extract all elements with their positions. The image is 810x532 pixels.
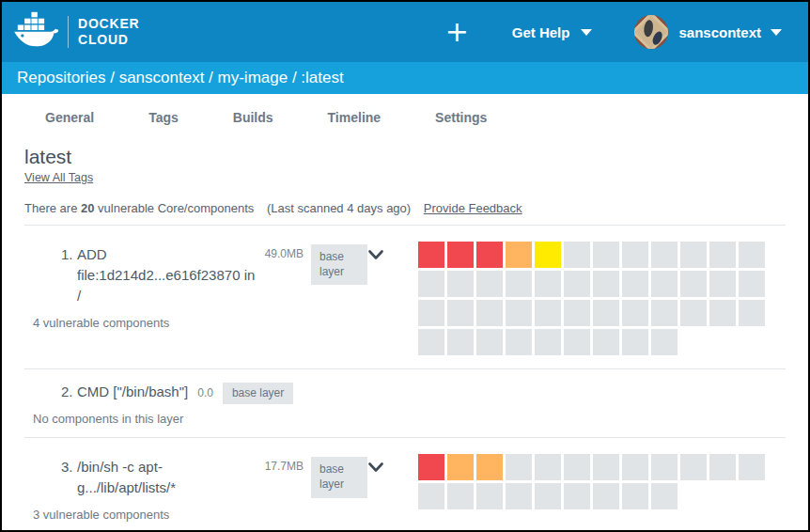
layer-command: /bin/sh -c apt-g.../lib/apt/lists/* — [77, 457, 257, 498]
vuln-square-empty — [535, 454, 561, 480]
vuln-square-empty — [622, 271, 648, 297]
vuln-square-high — [447, 454, 474, 480]
layer-command: CMD ["/bin/bash"] — [77, 382, 188, 402]
scan-suffix: vulnerable Core/components — [98, 201, 254, 215]
brand-text: DOCKER CLOUD — [78, 16, 139, 48]
vuln-square-empty — [593, 300, 619, 326]
vuln-square-empty — [651, 483, 678, 509]
vuln-square-empty — [447, 483, 474, 509]
page-title: latest — [24, 146, 786, 168]
layer-note: 3 vulnerable components — [33, 508, 418, 522]
vuln-square-empty — [593, 242, 619, 268]
vuln-square-critical — [418, 242, 444, 268]
vuln-square-empty — [564, 242, 590, 268]
docker-whale-icon — [13, 10, 58, 54]
vuln-square-empty — [680, 271, 707, 297]
vuln-square-empty — [535, 483, 561, 509]
chevron-down-icon[interactable] — [368, 247, 383, 264]
vuln-square-empty — [476, 483, 503, 509]
scan-prefix: There are — [24, 201, 77, 215]
vuln-square-empty — [651, 329, 678, 355]
layer-size: 17.7MB — [258, 460, 304, 473]
vuln-square-empty — [709, 300, 736, 326]
app-window: DOCKER CLOUD + Get Help — [0, 0, 810, 532]
scan-age: (Last scanned 4 days ago) — [267, 201, 411, 215]
vuln-square-empty — [593, 454, 619, 480]
layer-command: ADD file:1d214d2...e616f23870 in / — [77, 244, 257, 306]
breadcrumb-bar: Repositories / sanscontext / my-image / … — [2, 62, 808, 94]
vuln-square-empty — [476, 271, 503, 297]
layers-list: 1. ADD file:1d214d2...e616f23870 in / 49… — [24, 226, 786, 532]
vuln-square-empty — [476, 329, 503, 355]
vuln-square-empty — [622, 454, 648, 480]
get-help-menu[interactable]: Get Help — [512, 24, 593, 40]
vuln-square-empty — [680, 454, 707, 480]
vulnerability-grid — [418, 242, 768, 355]
layer-row: 1. ADD file:1d214d2...e616f23870 in / 49… — [24, 226, 786, 368]
chevron-down-icon — [581, 29, 592, 36]
vuln-square-empty — [506, 454, 532, 480]
vuln-square-empty — [564, 300, 590, 326]
layer-number: 2. — [61, 382, 77, 402]
chevron-down-icon[interactable] — [368, 460, 383, 477]
app-header: DOCKER CLOUD + Get Help — [2, 2, 808, 62]
vuln-square-empty — [535, 271, 561, 297]
vuln-square-empty — [709, 242, 736, 268]
vuln-square-empty — [739, 454, 765, 480]
vuln-square-empty — [447, 271, 474, 297]
vuln-square-empty — [447, 329, 474, 355]
vuln-square-empty — [709, 271, 736, 297]
vuln-square-empty — [535, 329, 561, 355]
vuln-square-empty — [622, 300, 648, 326]
vuln-square-empty — [622, 329, 648, 355]
vulnerability-grid — [418, 454, 768, 509]
layer-size: 0.0 — [197, 386, 213, 399]
tab-general[interactable]: General — [45, 110, 94, 125]
vuln-square-empty — [593, 271, 619, 297]
tab-builds[interactable]: Builds — [233, 110, 273, 125]
breadcrumb[interactable]: Repositories / sanscontext / my-image / … — [17, 69, 344, 87]
vuln-square-empty — [506, 483, 532, 509]
vuln-square-empty — [651, 242, 678, 268]
chevron-down-icon — [771, 29, 782, 36]
vuln-square-empty — [593, 329, 619, 355]
vuln-square-empty — [418, 483, 444, 509]
user-menu[interactable]: sanscontext — [633, 14, 782, 50]
vuln-square-empty — [506, 271, 532, 297]
logo-divider — [68, 16, 69, 48]
layer-note: 4 vulnerable components — [33, 316, 418, 330]
plus-icon[interactable]: + — [445, 18, 469, 46]
docker-logo[interactable]: DOCKER CLOUD — [13, 10, 139, 54]
tab-tags[interactable]: Tags — [148, 110, 179, 125]
view-all-tags-link[interactable]: View All Tags — [24, 171, 93, 184]
content: latest View All Tags There are 20 vulner… — [2, 146, 808, 532]
vuln-square-medium — [535, 242, 561, 268]
vuln-square-empty — [418, 271, 444, 297]
scan-count: 20 — [81, 201, 94, 215]
layer-number: 1. — [61, 244, 77, 306]
vuln-square-empty — [651, 300, 678, 326]
layer-number: 3. — [61, 457, 77, 498]
get-help-label: Get Help — [512, 24, 570, 40]
vuln-square-empty — [506, 329, 532, 355]
scan-summary: There are 20 vulnerable Core/components … — [24, 201, 786, 215]
layer-row: 3. /bin/sh -c apt-g.../lib/apt/lists/* 1… — [24, 438, 786, 532]
vuln-square-empty — [476, 300, 503, 326]
username-label: sanscontext — [678, 24, 761, 40]
tab-settings[interactable]: Settings — [435, 110, 487, 125]
vuln-square-empty — [739, 242, 765, 268]
vuln-square-empty — [564, 329, 590, 355]
vuln-square-empty — [506, 300, 532, 326]
vuln-square-empty — [418, 329, 444, 355]
vuln-square-empty — [651, 454, 678, 480]
tab-timeline[interactable]: Timeline — [328, 110, 382, 125]
vuln-square-critical — [476, 242, 503, 268]
user-avatar[interactable] — [633, 14, 669, 50]
vuln-square-empty — [709, 454, 736, 480]
vuln-square-empty — [680, 300, 707, 326]
vuln-square-empty — [739, 271, 765, 297]
vuln-square-empty — [593, 483, 619, 509]
provide-feedback-link[interactable]: Provide Feedback — [424, 201, 522, 215]
layer-badge: base layer — [223, 383, 293, 404]
vuln-square-empty — [535, 300, 561, 326]
